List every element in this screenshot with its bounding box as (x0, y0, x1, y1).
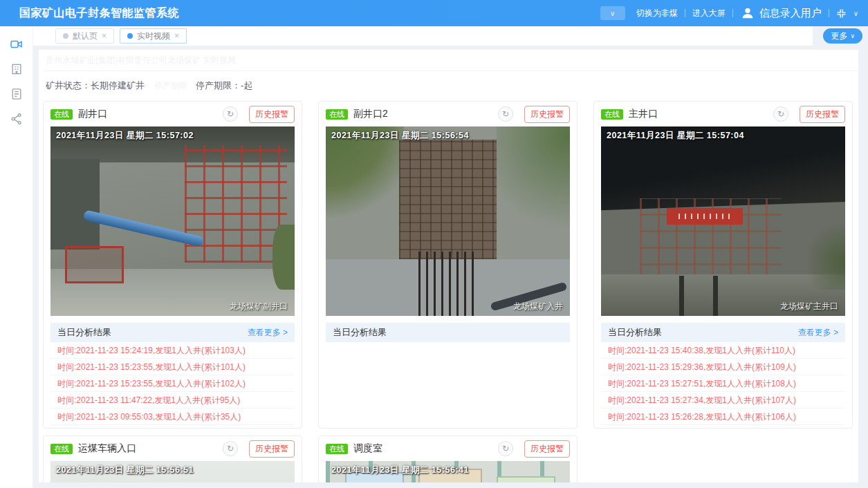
alarm-row: 时间:2021-11-23 15:23:55,发现1人入井(累计102人) (50, 375, 295, 392)
mine-status-bar: 矿井状态：长期停建矿井 停产期限 停产期限：-起 (43, 71, 858, 92)
camera-card-auxiliary-shaft: 在线 副井口 ↻ 历史报警 2021年11月23日 星期二 15:57:02 龙… (43, 101, 302, 429)
alarm-list: 时间:2021-11-23 15:40:38,发现1人入井(累计110人) 时间… (601, 342, 845, 425)
camera-card-dispatch-room: 在线 调度室 ↻ 历史报警 2021年11月23日 星期二 15:56:41 (318, 435, 578, 482)
sidebar-item-live-video[interactable] (10, 37, 24, 51)
video-timestamp: 2021年11月23日 星期二 15:56:51 (56, 464, 194, 476)
card-header: 在线 主井口 ↻ 历史报警 (594, 102, 852, 126)
scene-shape (497, 126, 570, 244)
header-actions: ∨ 切换为非煤 进入大屏 信息录入用户 ∨ (600, 6, 858, 21)
refresh-icon: ↻ (227, 109, 234, 119)
video-feed[interactable]: 2021年11月23日 星期二 15:57:02 龙场煤矿副井口 (50, 126, 295, 316)
header-mini-select[interactable]: ∨ (600, 6, 625, 20)
app-title: 国家矿山电子封条智能监管系统 (19, 6, 179, 21)
history-alarm-button[interactable]: 历史报警 (524, 440, 570, 458)
status-badge: 在线 (326, 109, 348, 120)
refresh-icon: ↻ (502, 109, 509, 119)
video-timestamp: 2021年11月23日 星期二 15:56:41 (331, 464, 469, 476)
tab-list: 默认页 × 实时视频 × (33, 26, 813, 46)
close-icon[interactable]: × (174, 31, 179, 41)
status-badge: 在线 (601, 109, 623, 120)
alarm-row: 时间:2021-11-23 15:26:28,发现1人入井(累计106人) (601, 409, 845, 425)
more-button-label: 更多 (831, 30, 847, 42)
user-menu[interactable]: 信息录入用户 (740, 6, 822, 21)
tab-bar: 默认页 × 实时视频 × 更多 ∨ (33, 26, 868, 46)
sidebar (0, 26, 33, 488)
big-screen-link[interactable]: 进入大屏 (692, 8, 726, 19)
faint-watermark-text: 贵州水城矿业(集团)有限责任公司龙场煤矿 实时视频 (46, 55, 236, 66)
scene-shape (65, 246, 124, 284)
scene-shape (273, 225, 295, 289)
refresh-button[interactable]: ↻ (773, 106, 788, 122)
sidebar-item-share[interactable] (10, 112, 24, 126)
tab-default-page[interactable]: 默认页 × (55, 28, 114, 44)
view-more-link[interactable]: 查看更多 > (248, 327, 288, 339)
alarm-list: 时间:2021-11-23 15:24:19,发现1人入井(累计103人) 时间… (50, 342, 295, 425)
video-timestamp: 2021年11月23日 星期二 15:56:54 (331, 130, 469, 142)
switch-mode-link[interactable]: 切换为非煤 (636, 8, 678, 19)
refresh-button[interactable]: ↻ (498, 106, 513, 122)
chevron-down-icon: ∨ (850, 32, 855, 39)
tab-dot-icon (127, 33, 133, 39)
history-alarm-button[interactable]: 历史报警 (800, 106, 845, 123)
alarm-row: 时间:2021-11-23 15:27:51,发现1人入井(累计108人) (601, 375, 845, 392)
video-feed[interactable]: 2021年11月23日 星期二 15:56:41 (326, 461, 570, 482)
video-feed[interactable]: 2021年11月23日 星期二 15:56:54 龙场煤矿入井 (326, 126, 570, 316)
exit-fullscreen-icon[interactable] (836, 8, 847, 19)
halt-period-label: 停产期限：-起 (196, 79, 252, 92)
mine-status-label: 矿井状态：长期停建矿井 (46, 79, 145, 92)
header-divider (685, 9, 685, 17)
status-badge: 在线 (326, 444, 348, 454)
video-watermark: 龙场煤矿主井口 (780, 301, 838, 312)
more-button[interactable]: 更多 ∨ (823, 28, 862, 44)
refresh-icon: ↻ (502, 444, 509, 453)
history-alarm-button[interactable]: 历史报警 (249, 106, 295, 123)
analysis-title: 当日分析结果 (333, 326, 387, 339)
scene-shape (497, 476, 555, 482)
alarm-row: 时间:2021-11-23 15:29:36,发现1人入井(累计109人) (601, 359, 845, 375)
tab-bar-right: 更多 ∨ (813, 26, 868, 46)
refresh-icon: ↻ (777, 109, 784, 119)
tab-live-video[interactable]: 实时视频 × (120, 28, 187, 44)
scene-shape (679, 276, 684, 316)
sidebar-item-report[interactable] (10, 87, 24, 101)
analysis-header: 当日分析结果 查看更多 > (601, 323, 845, 342)
alarm-row: 时间:2021-11-23 15:27:34,发现1人入井(累计107人) (601, 392, 845, 409)
camera-card-grid: 在线 副井口 ↻ 历史报警 2021年11月23日 星期二 15:57:02 龙… (43, 101, 858, 482)
chevron-down-icon[interactable]: ∨ (853, 10, 858, 17)
history-alarm-button[interactable]: 历史报警 (524, 106, 570, 123)
analysis-title: 当日分析结果 (57, 326, 111, 339)
status-badge: 在线 (50, 444, 73, 454)
sidebar-item-mine-info[interactable] (10, 62, 24, 76)
camera-title: 主井口 (629, 108, 768, 120)
alarm-row: 时间:2021-11-23 09:55:03,发现1人入井(累计35人) (50, 409, 295, 425)
camera-title: 副井口2 (353, 108, 492, 120)
card-header: 在线 运煤车辆入口 ↻ 历史报警 (44, 436, 302, 461)
refresh-icon: ↻ (227, 444, 234, 453)
refresh-button[interactable]: ↻ (223, 441, 238, 456)
camera-title: 调度室 (353, 442, 492, 455)
refresh-button[interactable]: ↻ (223, 106, 238, 122)
view-more-link[interactable]: 查看更多 > (798, 327, 838, 339)
filter-bar: 贵州水城矿业(集团)有限责任公司龙场煤矿 实时视频 (43, 50, 858, 71)
history-alarm-button[interactable]: 历史报警 (249, 440, 295, 458)
camera-card-main-shaft: 在线 主井口 ↻ 历史报警 2021年11月23日 星期二 15:57:04 龙… (593, 101, 853, 429)
scene-shape (713, 276, 718, 316)
scene-shape (667, 208, 742, 225)
close-icon[interactable]: × (102, 31, 107, 41)
scene-shape (809, 221, 845, 290)
main-panel: 贵州水城矿业(集团)有限责任公司龙场煤矿 实时视频 矿井状态：长期停建矿井 停产… (39, 50, 858, 482)
chevron-down-icon: ∨ (610, 10, 615, 17)
tab-label: 实时视频 (137, 30, 170, 42)
refresh-button[interactable]: ↻ (498, 441, 513, 456)
analysis-title: 当日分析结果 (608, 326, 662, 339)
card-header: 在线 调度室 ↻ 历史报警 (319, 436, 577, 461)
camera-card-coal-vehicle-entrance: 在线 运煤车辆入口 ↻ 历史报警 2021年11月23日 星期二 15:56:5… (43, 435, 302, 482)
card-header: 在线 副井口2 ↻ 历史报警 (319, 102, 577, 126)
tab-label: 默认页 (73, 30, 98, 42)
video-feed[interactable]: 2021年11月23日 星期二 15:57:04 龙场煤矿主井口 (601, 126, 845, 316)
scene-shape (399, 140, 497, 259)
user-name: 信息录入用户 (759, 7, 822, 20)
video-feed[interactable]: 2021年11月23日 星期二 15:56:51 (50, 461, 295, 482)
video-watermark: 龙场煤矿副井口 (230, 301, 288, 312)
header-divider (829, 9, 829, 17)
